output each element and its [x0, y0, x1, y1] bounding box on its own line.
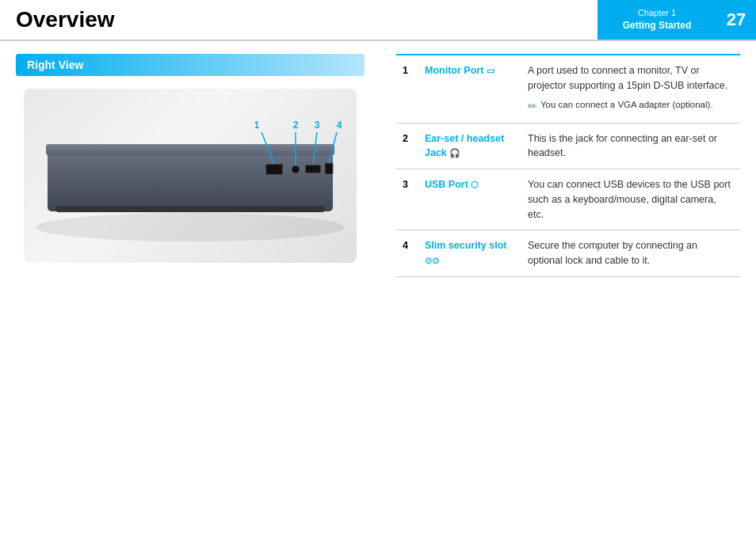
note-block: ✏ You can connect a VGA adapter (optiona… — [528, 98, 734, 115]
laptop-image: 1 2 3 4 — [24, 89, 357, 263]
table-row: 4 Slim security slot⊙⊙ Secure the comput… — [396, 230, 740, 277]
svg-rect-5 — [267, 165, 281, 173]
row-label: Ear-set / headsetJack 🎧 — [418, 123, 521, 169]
row-description: A port used to connect a monitor, TV or … — [521, 55, 740, 123]
chapter-info: Chapter 1 Getting Started — [598, 0, 716, 40]
row-label: Monitor Port ▭ — [418, 55, 521, 123]
row-label: Slim security slot⊙⊙ — [418, 230, 521, 277]
section-title: Right View — [16, 54, 365, 76]
svg-rect-1 — [48, 152, 333, 211]
note-icon: ✏ — [528, 98, 537, 115]
table-row: 2 Ear-set / headsetJack 🎧 This is the ja… — [396, 123, 740, 169]
note-text: You can connect a VGA adapter (optional)… — [540, 98, 713, 112]
info-table: 1 Monitor Port ▭ A port used to connect … — [396, 54, 740, 277]
svg-text:1: 1 — [254, 120, 260, 131]
row-description: You can connect USB devices to the USB p… — [521, 169, 740, 230]
title-text: Overview — [16, 7, 115, 32]
table-row: 1 Monitor Port ▭ A port used to connect … — [396, 55, 740, 123]
chapter-label: Chapter 1 — [638, 7, 676, 19]
monitor-port-icon: ▭ — [487, 66, 494, 75]
laptop-svg: 1 2 3 4 — [32, 105, 349, 247]
svg-point-0 — [36, 213, 345, 241]
left-section: Right View — [16, 54, 380, 277]
svg-text:2: 2 — [293, 120, 299, 131]
usb-port-icon: ⬡ — [471, 180, 479, 189]
right-section: 1 Monitor Port ▭ A port used to connect … — [396, 54, 740, 277]
row-number: 1 — [396, 55, 418, 123]
svg-rect-8 — [307, 166, 319, 172]
svg-rect-9 — [325, 163, 333, 174]
svg-rect-3 — [55, 206, 325, 212]
svg-text:4: 4 — [337, 120, 342, 131]
row-label: USB Port ⬡ — [418, 169, 521, 230]
page-title: Overview — [0, 0, 598, 40]
page-header: Overview Chapter 1 Getting Started 27 — [0, 0, 756, 41]
row-number: 4 — [396, 230, 418, 277]
table-row: 3 USB Port ⬡ You can connect USB devices… — [396, 169, 740, 230]
security-slot-icon: ⊙⊙ — [425, 256, 439, 265]
row-description: This is the jack for connecting an ear-s… — [521, 123, 740, 169]
row-number: 3 — [396, 169, 418, 230]
page-number: 27 — [716, 0, 756, 40]
row-number: 2 — [396, 123, 418, 169]
headset-jack-icon: 🎧 — [449, 148, 460, 158]
svg-point-6 — [292, 165, 300, 173]
main-content: Right View — [0, 41, 756, 290]
chapter-name: Getting Started — [623, 19, 692, 32]
row-description: Secure the computer by connecting an opt… — [521, 230, 740, 277]
svg-text:3: 3 — [315, 120, 320, 131]
svg-rect-2 — [46, 144, 334, 155]
